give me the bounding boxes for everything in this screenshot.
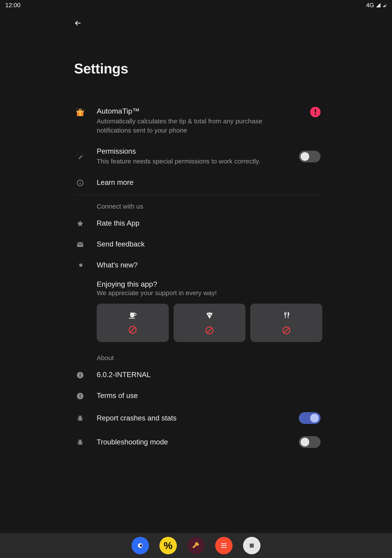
report-crashes-toggle[interactable]	[299, 412, 321, 424]
version-row[interactable]: 6.0.2-INTERNAL	[74, 364, 322, 385]
gift-icon	[74, 108, 86, 117]
utensils-icon	[282, 311, 290, 320]
feedback-label: Send feedback	[97, 240, 322, 248]
permissions-toggle[interactable]	[299, 151, 321, 162]
svg-point-28	[222, 543, 223, 544]
svg-point-5	[77, 108, 77, 109]
exclamation-icon	[314, 109, 316, 115]
network-label: 4G	[366, 2, 374, 9]
support-title: Enjoying this app?	[97, 280, 322, 288]
svg-point-43	[250, 545, 251, 546]
svg-point-41	[252, 546, 254, 548]
bug-icon	[74, 439, 86, 446]
nav-app-1[interactable]	[132, 537, 149, 554]
troubleshoot-row[interactable]: Troubleshooting mode	[74, 430, 322, 454]
nav-app-drawer[interactable]	[243, 537, 260, 554]
percent-icon: %	[164, 540, 173, 551]
report-crashes-row[interactable]: Report crashes and stats	[74, 406, 322, 430]
svg-point-14	[210, 314, 211, 315]
whatsnew-label: What's new?	[97, 261, 322, 269]
svg-point-39	[250, 546, 251, 548]
report-label: Report crashes and stats	[97, 414, 288, 422]
flame-icon	[74, 262, 86, 270]
svg-point-44	[252, 545, 254, 546]
signal-full-icon	[375, 3, 381, 8]
svg-point-32	[223, 545, 224, 546]
svg-point-29	[223, 543, 224, 544]
page-title: Settings	[74, 61, 322, 77]
svg-point-33	[225, 545, 227, 546]
version-label: 6.0.2-INTERNAL	[97, 371, 322, 379]
coffee-icon	[128, 312, 137, 319]
svg-rect-19	[80, 395, 81, 398]
prohibited-icon	[282, 327, 290, 334]
svg-point-27	[140, 544, 142, 547]
learn-more-row[interactable]: Learn more	[74, 172, 322, 193]
svg-point-3	[76, 109, 77, 110]
svg-point-34	[222, 547, 223, 548]
info-icon	[74, 371, 86, 379]
bug-icon	[74, 415, 86, 422]
svg-point-37	[250, 544, 251, 545]
info-icon	[74, 392, 86, 400]
svg-point-24	[79, 440, 81, 442]
star-icon	[74, 220, 86, 227]
about-header: About	[74, 346, 322, 364]
svg-point-17	[80, 373, 81, 374]
prohibited-icon	[129, 326, 136, 334]
support-sub: We appreciate your support in every way!	[97, 289, 322, 297]
svg-point-40	[251, 545, 252, 546]
arrow-back-icon	[74, 19, 82, 27]
send-feedback-row[interactable]: Send feedback	[74, 234, 322, 255]
svg-point-45	[251, 546, 252, 548]
svg-rect-16	[80, 375, 81, 377]
whats-new-row[interactable]: What's new?	[74, 255, 322, 276]
broom-icon	[191, 541, 201, 550]
status-bar: 12:00 4G	[0, 0, 392, 10]
terms-label: Terms of use	[97, 392, 322, 400]
permissions-sub: This feature needs special permissions t…	[97, 157, 288, 166]
svg-point-35	[223, 547, 224, 548]
connect-header: Connect with us	[74, 195, 322, 213]
svg-rect-12	[129, 318, 135, 318]
prohibited-icon	[205, 327, 213, 334]
svg-point-30	[225, 543, 227, 544]
svg-point-4	[83, 109, 84, 110]
svg-rect-6	[315, 109, 316, 113]
signal-partial-icon	[383, 3, 387, 8]
permissions-row[interactable]: Permissions This feature needs special p…	[74, 141, 322, 172]
support-coffee-button[interactable]	[97, 304, 169, 342]
status-time: 12:00	[5, 2, 20, 9]
svg-point-10	[80, 181, 81, 182]
learn-more-label: Learn more	[97, 178, 322, 187]
eye-dot-icon	[136, 542, 144, 549]
bottom-nav: %	[0, 533, 392, 558]
back-button[interactable]	[73, 18, 83, 28]
svg-point-7	[315, 113, 316, 115]
svg-point-31	[222, 545, 223, 546]
wand-icon	[74, 153, 86, 161]
terms-row[interactable]: Terms of use	[74, 385, 322, 406]
rate-app-row[interactable]: Rate this App	[74, 213, 322, 234]
svg-point-20	[80, 394, 81, 395]
nav-app-4[interactable]	[215, 537, 233, 554]
pizza-icon	[205, 311, 214, 320]
troubleshoot-toggle[interactable]	[299, 436, 321, 448]
nav-app-2[interactable]: %	[159, 537, 177, 554]
info-outline-icon	[74, 179, 86, 187]
automatip-description: Automatically calculates the tip & total…	[97, 117, 267, 135]
svg-point-36	[225, 547, 227, 548]
automatip-row[interactable]: AutomaTip™ Automatically calculates the …	[74, 101, 322, 141]
apps-icon	[248, 542, 255, 549]
support-meal-button[interactable]	[250, 304, 322, 342]
grid-icon	[220, 542, 228, 549]
svg-point-38	[252, 544, 254, 545]
alert-badge	[310, 107, 321, 117]
svg-point-13	[208, 314, 209, 315]
svg-point-22	[79, 416, 81, 418]
automatip-title: AutomaTip™	[97, 107, 300, 115]
nav-app-3[interactable]	[187, 537, 205, 554]
support-pizza-button[interactable]	[174, 304, 246, 342]
svg-rect-2	[79, 111, 81, 116]
mail-icon	[74, 241, 86, 248]
